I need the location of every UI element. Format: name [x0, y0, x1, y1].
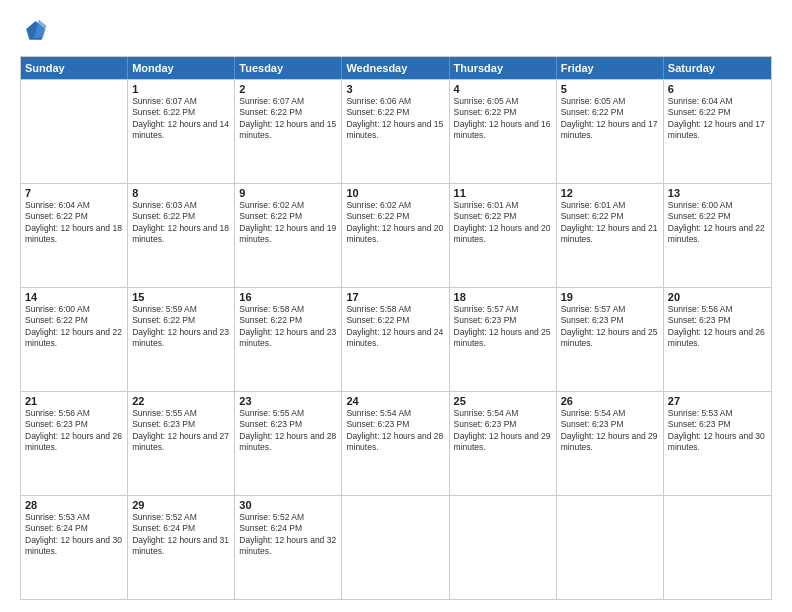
- empty-cell: [21, 80, 128, 183]
- weekday-header-monday: Monday: [128, 57, 235, 79]
- day-info: Sunrise: 6:00 AM Sunset: 6:22 PM Dayligh…: [668, 200, 767, 246]
- day-cell-22: 22Sunrise: 5:55 AM Sunset: 6:23 PM Dayli…: [128, 392, 235, 495]
- day-number: 20: [668, 291, 767, 303]
- day-number: 6: [668, 83, 767, 95]
- day-info: Sunrise: 5:53 AM Sunset: 6:24 PM Dayligh…: [25, 512, 123, 558]
- day-number: 3: [346, 83, 444, 95]
- day-info: Sunrise: 5:54 AM Sunset: 6:23 PM Dayligh…: [454, 408, 552, 454]
- day-info: Sunrise: 6:06 AM Sunset: 6:22 PM Dayligh…: [346, 96, 444, 142]
- day-number: 13: [668, 187, 767, 199]
- day-info: Sunrise: 6:05 AM Sunset: 6:22 PM Dayligh…: [561, 96, 659, 142]
- day-cell-6: 6Sunrise: 6:04 AM Sunset: 6:22 PM Daylig…: [664, 80, 771, 183]
- day-number: 7: [25, 187, 123, 199]
- calendar-header: SundayMondayTuesdayWednesdayThursdayFrid…: [21, 57, 771, 79]
- day-number: 23: [239, 395, 337, 407]
- calendar-row-4: 28Sunrise: 5:53 AM Sunset: 6:24 PM Dayli…: [21, 495, 771, 599]
- day-number: 30: [239, 499, 337, 511]
- day-info: Sunrise: 6:01 AM Sunset: 6:22 PM Dayligh…: [454, 200, 552, 246]
- day-info: Sunrise: 6:02 AM Sunset: 6:22 PM Dayligh…: [239, 200, 337, 246]
- day-number: 26: [561, 395, 659, 407]
- day-number: 10: [346, 187, 444, 199]
- weekday-header-sunday: Sunday: [21, 57, 128, 79]
- weekday-header-friday: Friday: [557, 57, 664, 79]
- day-info: Sunrise: 5:52 AM Sunset: 6:24 PM Dayligh…: [132, 512, 230, 558]
- day-info: Sunrise: 5:58 AM Sunset: 6:22 PM Dayligh…: [346, 304, 444, 350]
- day-cell-27: 27Sunrise: 5:53 AM Sunset: 6:23 PM Dayli…: [664, 392, 771, 495]
- calendar-row-3: 21Sunrise: 5:56 AM Sunset: 6:23 PM Dayli…: [21, 391, 771, 495]
- day-cell-18: 18Sunrise: 5:57 AM Sunset: 6:23 PM Dayli…: [450, 288, 557, 391]
- day-info: Sunrise: 5:58 AM Sunset: 6:22 PM Dayligh…: [239, 304, 337, 350]
- day-cell-16: 16Sunrise: 5:58 AM Sunset: 6:22 PM Dayli…: [235, 288, 342, 391]
- page: SundayMondayTuesdayWednesdayThursdayFrid…: [0, 0, 792, 612]
- day-info: Sunrise: 5:57 AM Sunset: 6:23 PM Dayligh…: [561, 304, 659, 350]
- day-info: Sunrise: 6:00 AM Sunset: 6:22 PM Dayligh…: [25, 304, 123, 350]
- day-info: Sunrise: 5:55 AM Sunset: 6:23 PM Dayligh…: [132, 408, 230, 454]
- day-cell-1: 1Sunrise: 6:07 AM Sunset: 6:22 PM Daylig…: [128, 80, 235, 183]
- day-cell-12: 12Sunrise: 6:01 AM Sunset: 6:22 PM Dayli…: [557, 184, 664, 287]
- day-cell-20: 20Sunrise: 5:56 AM Sunset: 6:23 PM Dayli…: [664, 288, 771, 391]
- day-cell-24: 24Sunrise: 5:54 AM Sunset: 6:23 PM Dayli…: [342, 392, 449, 495]
- day-info: Sunrise: 6:03 AM Sunset: 6:22 PM Dayligh…: [132, 200, 230, 246]
- day-cell-4: 4Sunrise: 6:05 AM Sunset: 6:22 PM Daylig…: [450, 80, 557, 183]
- day-number: 15: [132, 291, 230, 303]
- day-number: 5: [561, 83, 659, 95]
- empty-cell: [664, 496, 771, 599]
- day-number: 17: [346, 291, 444, 303]
- day-number: 12: [561, 187, 659, 199]
- day-number: 28: [25, 499, 123, 511]
- day-cell-17: 17Sunrise: 5:58 AM Sunset: 6:22 PM Dayli…: [342, 288, 449, 391]
- weekday-header-wednesday: Wednesday: [342, 57, 449, 79]
- day-info: Sunrise: 6:01 AM Sunset: 6:22 PM Dayligh…: [561, 200, 659, 246]
- day-cell-28: 28Sunrise: 5:53 AM Sunset: 6:24 PM Dayli…: [21, 496, 128, 599]
- day-cell-21: 21Sunrise: 5:56 AM Sunset: 6:23 PM Dayli…: [21, 392, 128, 495]
- day-number: 9: [239, 187, 337, 199]
- day-cell-2: 2Sunrise: 6:07 AM Sunset: 6:22 PM Daylig…: [235, 80, 342, 183]
- day-info: Sunrise: 5:57 AM Sunset: 6:23 PM Dayligh…: [454, 304, 552, 350]
- day-number: 29: [132, 499, 230, 511]
- day-number: 1: [132, 83, 230, 95]
- calendar-row-0: 1Sunrise: 6:07 AM Sunset: 6:22 PM Daylig…: [21, 79, 771, 183]
- day-info: Sunrise: 6:02 AM Sunset: 6:22 PM Dayligh…: [346, 200, 444, 246]
- day-info: Sunrise: 5:55 AM Sunset: 6:23 PM Dayligh…: [239, 408, 337, 454]
- empty-cell: [450, 496, 557, 599]
- day-cell-11: 11Sunrise: 6:01 AM Sunset: 6:22 PM Dayli…: [450, 184, 557, 287]
- day-number: 14: [25, 291, 123, 303]
- day-number: 27: [668, 395, 767, 407]
- day-number: 18: [454, 291, 552, 303]
- day-cell-14: 14Sunrise: 6:00 AM Sunset: 6:22 PM Dayli…: [21, 288, 128, 391]
- day-cell-25: 25Sunrise: 5:54 AM Sunset: 6:23 PM Dayli…: [450, 392, 557, 495]
- day-cell-7: 7Sunrise: 6:04 AM Sunset: 6:22 PM Daylig…: [21, 184, 128, 287]
- day-info: Sunrise: 6:04 AM Sunset: 6:22 PM Dayligh…: [668, 96, 767, 142]
- header: [20, 18, 772, 46]
- day-cell-5: 5Sunrise: 6:05 AM Sunset: 6:22 PM Daylig…: [557, 80, 664, 183]
- weekday-header-tuesday: Tuesday: [235, 57, 342, 79]
- day-number: 11: [454, 187, 552, 199]
- empty-cell: [557, 496, 664, 599]
- day-number: 22: [132, 395, 230, 407]
- day-cell-23: 23Sunrise: 5:55 AM Sunset: 6:23 PM Dayli…: [235, 392, 342, 495]
- day-number: 25: [454, 395, 552, 407]
- day-cell-26: 26Sunrise: 5:54 AM Sunset: 6:23 PM Dayli…: [557, 392, 664, 495]
- day-info: Sunrise: 5:54 AM Sunset: 6:23 PM Dayligh…: [346, 408, 444, 454]
- day-info: Sunrise: 5:56 AM Sunset: 6:23 PM Dayligh…: [25, 408, 123, 454]
- day-number: 19: [561, 291, 659, 303]
- day-cell-29: 29Sunrise: 5:52 AM Sunset: 6:24 PM Dayli…: [128, 496, 235, 599]
- day-number: 21: [25, 395, 123, 407]
- calendar-body: 1Sunrise: 6:07 AM Sunset: 6:22 PM Daylig…: [21, 79, 771, 599]
- day-cell-13: 13Sunrise: 6:00 AM Sunset: 6:22 PM Dayli…: [664, 184, 771, 287]
- day-info: Sunrise: 5:52 AM Sunset: 6:24 PM Dayligh…: [239, 512, 337, 558]
- day-cell-10: 10Sunrise: 6:02 AM Sunset: 6:22 PM Dayli…: [342, 184, 449, 287]
- day-number: 4: [454, 83, 552, 95]
- calendar-row-1: 7Sunrise: 6:04 AM Sunset: 6:22 PM Daylig…: [21, 183, 771, 287]
- day-number: 16: [239, 291, 337, 303]
- day-info: Sunrise: 5:56 AM Sunset: 6:23 PM Dayligh…: [668, 304, 767, 350]
- day-info: Sunrise: 5:54 AM Sunset: 6:23 PM Dayligh…: [561, 408, 659, 454]
- day-cell-9: 9Sunrise: 6:02 AM Sunset: 6:22 PM Daylig…: [235, 184, 342, 287]
- day-info: Sunrise: 5:59 AM Sunset: 6:22 PM Dayligh…: [132, 304, 230, 350]
- day-cell-15: 15Sunrise: 5:59 AM Sunset: 6:22 PM Dayli…: [128, 288, 235, 391]
- logo: [20, 18, 52, 46]
- day-info: Sunrise: 6:04 AM Sunset: 6:22 PM Dayligh…: [25, 200, 123, 246]
- logo-icon: [20, 18, 48, 46]
- weekday-header-saturday: Saturday: [664, 57, 771, 79]
- day-info: Sunrise: 6:07 AM Sunset: 6:22 PM Dayligh…: [132, 96, 230, 142]
